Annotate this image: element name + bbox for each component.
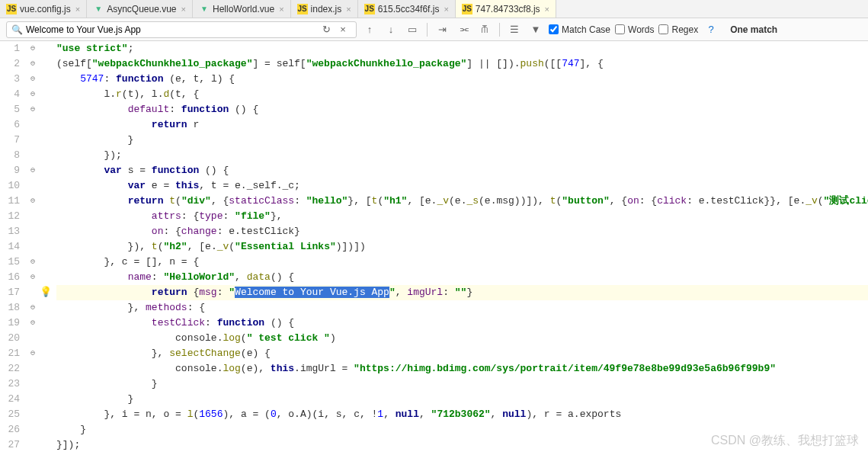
code-line[interactable]: "use strict";: [56, 41, 868, 56]
fold-column[interactable]: ⊖⊖⊖⊖⊖⊖⊖⊖⊖⊖⊖⊖: [27, 41, 38, 455]
editor-tab[interactable]: JSindex.js×: [291, 0, 358, 18]
code-line[interactable]: l.r(t), l.d(t, {: [56, 87, 868, 102]
vue-file-icon: ▼: [93, 4, 104, 14]
intention-bulb-icon: [38, 41, 53, 56]
js-file-icon: JS: [6, 4, 17, 14]
code-line[interactable]: default: function () {: [56, 102, 868, 117]
fold-toggle[interactable]: ⊖: [27, 346, 38, 361]
code-line[interactable]: }]);: [56, 437, 868, 453]
fold-toggle[interactable]: ⊖: [27, 255, 38, 270]
code-line[interactable]: }: [56, 376, 868, 392]
add-selection-icon[interactable]: ⇥: [434, 21, 450, 38]
intention-bulb-icon: [38, 209, 53, 224]
editor-tab[interactable]: ▼AsyncQueue.vue×: [87, 0, 193, 18]
intention-bulb-icon: [38, 87, 53, 102]
tab-label: HelloWorld.vue: [213, 4, 274, 14]
fold-toggle[interactable]: ⊖: [27, 102, 38, 117]
code-line[interactable]: return r: [56, 117, 868, 133]
code-line[interactable]: }: [56, 133, 868, 148]
regex-checkbox[interactable]: Regex: [658, 24, 698, 35]
close-icon[interactable]: ×: [181, 5, 186, 14]
code-line[interactable]: name: "HelloWorld", data() {: [56, 270, 868, 285]
close-icon[interactable]: ×: [545, 5, 549, 14]
intention-bulb-icon: [38, 255, 53, 270]
code-line[interactable]: }: [56, 392, 868, 407]
code-line[interactable]: attrs: {type: "file"},: [56, 209, 868, 224]
code-line[interactable]: });: [56, 148, 868, 163]
code-editor[interactable]: 1234567891011121314151617181920212223242…: [0, 41, 868, 455]
intention-bulb-icon[interactable]: 💡: [38, 285, 53, 300]
line-number: 21: [0, 346, 20, 361]
fold-toggle[interactable]: ⊖: [27, 72, 38, 87]
intention-bulb-icon: [38, 56, 53, 72]
next-match-button[interactable]: ↓: [383, 21, 399, 38]
code-line[interactable]: on: {change: e.testClick}: [56, 224, 868, 239]
line-number: 20: [0, 331, 20, 346]
fold-toggle[interactable]: ⊖: [27, 194, 38, 209]
fold-toggle[interactable]: ⊖: [27, 87, 38, 102]
fold-toggle[interactable]: ⊖: [27, 270, 38, 285]
fold-toggle: [27, 117, 38, 133]
close-icon[interactable]: ×: [279, 5, 283, 14]
fold-toggle[interactable]: ⊖: [27, 316, 38, 331]
line-number: 1: [0, 41, 20, 56]
line-number: 8: [0, 148, 20, 163]
code-line[interactable]: }), t("h2", [e._v("Essential Links")])]): [56, 239, 868, 255]
code-line[interactable]: }: [56, 422, 868, 437]
match-case-checkbox[interactable]: Match Case: [549, 24, 610, 35]
line-number: 26: [0, 422, 20, 437]
prev-match-button[interactable]: ↑: [361, 21, 378, 38]
intention-bulb-icon: [38, 133, 53, 148]
export-icon[interactable]: ☰: [506, 21, 523, 38]
intention-column[interactable]: 💡: [38, 41, 53, 455]
fold-toggle: [27, 239, 38, 255]
editor-tab[interactable]: JS747.84733cf8.js×: [456, 0, 556, 18]
search-field-wrap: 🔍 ↻ ×: [6, 21, 357, 38]
code-line[interactable]: console.log(e), this.imgUrl = "https://h…: [56, 361, 868, 376]
intention-bulb-icon: [38, 316, 53, 331]
select-all-icon[interactable]: ▭: [404, 21, 421, 38]
code-line[interactable]: }, i = n, o = l(1656), a = (0, o.A)(i, s…: [56, 407, 868, 422]
tab-label: index.js: [311, 4, 342, 14]
filter-icon[interactable]: ▼: [527, 21, 544, 38]
code-line[interactable]: return {msg: "Welcome to Your Vue.js App…: [56, 285, 868, 300]
code-line[interactable]: }, c = [], n = {: [56, 255, 868, 270]
intention-bulb-icon: [38, 270, 53, 285]
line-number: 16: [0, 270, 20, 285]
close-icon[interactable]: ×: [346, 5, 351, 14]
editor-tab[interactable]: ▼HelloWorld.vue×: [193, 0, 291, 18]
code-line[interactable]: return t("div", {staticClass: "hello"}, …: [56, 194, 868, 209]
line-number: 27: [0, 437, 20, 453]
help-icon[interactable]: ?: [703, 21, 719, 38]
close-icon[interactable]: ×: [444, 5, 448, 14]
search-icon: 🔍: [11, 24, 23, 35]
fold-toggle: [27, 331, 38, 346]
fold-toggle[interactable]: ⊖: [27, 163, 38, 178]
code-line[interactable]: (self["webpackChunkhello_package"] = sel…: [56, 56, 868, 72]
clear-search-icon[interactable]: ×: [335, 21, 351, 38]
close-icon[interactable]: ×: [75, 5, 80, 14]
fold-toggle[interactable]: ⊖: [27, 56, 38, 72]
select-occurrences-icon[interactable]: ⫘: [455, 21, 472, 38]
history-icon[interactable]: ↻: [318, 21, 335, 38]
editor-tab[interactable]: JS615.5cc34f6f.js×: [358, 0, 456, 18]
code-line[interactable]: }, methods: {: [56, 300, 868, 316]
code-line[interactable]: 5747: function (e, t, l) {: [56, 72, 868, 87]
fold-toggle: [27, 437, 38, 453]
code-area[interactable]: "use strict";(self["webpackChunkhello_pa…: [53, 41, 868, 455]
code-line[interactable]: var e = this, t = e._self._c;: [56, 178, 868, 194]
remove-occurrence-icon[interactable]: ⫚: [476, 21, 493, 38]
code-line[interactable]: testClick: function () {: [56, 316, 868, 331]
intention-bulb-icon: [38, 361, 53, 376]
editor-tab[interactable]: JSvue.config.js×: [0, 0, 87, 18]
search-input[interactable]: [26, 24, 318, 35]
js-file-icon: JS: [364, 4, 375, 14]
code-line[interactable]: var s = function () {: [56, 163, 868, 178]
fold-toggle[interactable]: ⊖: [27, 41, 38, 56]
code-line[interactable]: }, selectChange(e) {: [56, 346, 868, 361]
words-checkbox[interactable]: Words: [615, 24, 654, 35]
fold-toggle[interactable]: ⊖: [27, 300, 38, 316]
intention-bulb-icon: [38, 376, 53, 392]
code-line[interactable]: console.log(" test click "): [56, 331, 868, 346]
line-number: 4: [0, 87, 20, 102]
